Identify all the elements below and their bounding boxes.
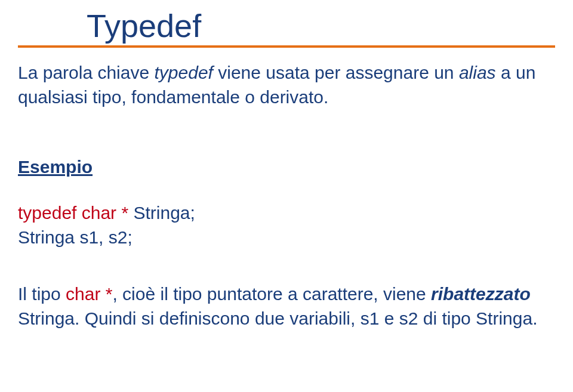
- title-underline: [18, 45, 555, 48]
- intro-paragraph: La parola chiave typedef viene usata per…: [18, 61, 555, 109]
- example-heading: Esempio: [18, 157, 555, 177]
- explanation-paragraph: Il tipo char *, cioè il tipo puntatore a…: [18, 282, 555, 331]
- code-block: typedef char * Stringa; Stringa s1, s2;: [18, 201, 555, 249]
- code-line-2: Stringa s1, s2;: [18, 226, 555, 250]
- code-line-1: typedef char * Stringa;: [18, 201, 555, 226]
- slide: Typedef La parola chiave typedef viene u…: [0, 0, 573, 392]
- slide-title: Typedef: [18, 7, 555, 44]
